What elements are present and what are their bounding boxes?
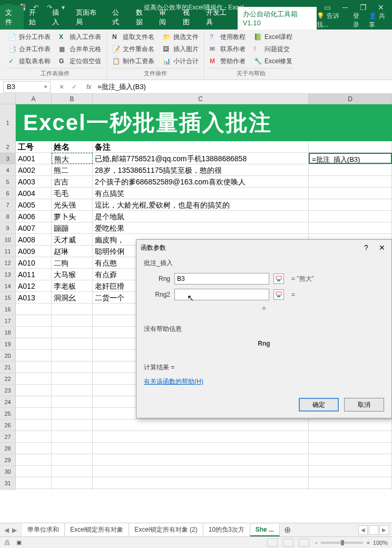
cell-c7[interactable]: 逗比，大龄光棍,爱砍树，也是有的搞笑的: [93, 199, 309, 210]
cell-d27[interactable]: [309, 431, 392, 442]
cell-b7[interactable]: 光头强: [52, 199, 93, 210]
cell-b18[interactable]: [52, 327, 93, 338]
cell-a11[interactable]: A009: [16, 246, 52, 257]
dialog-title-bar[interactable]: 函数参数 ? ✕: [136, 240, 391, 256]
cell-c8[interactable]: 是个地鼠: [93, 211, 309, 222]
cell-b22[interactable]: [52, 373, 93, 384]
cell-b12[interactable]: 二狗: [52, 257, 93, 268]
row-header-10[interactable]: 10: [0, 234, 16, 245]
sheet-tab-3[interactable]: Excel锁定所有对象 (2): [129, 523, 203, 536]
fx-icon[interactable]: fx: [83, 83, 94, 91]
col-header-b[interactable]: B: [52, 94, 93, 104]
cell-a32[interactable]: [16, 489, 52, 490]
locate-empty-button[interactable]: G定位假空值: [58, 56, 102, 67]
tell-me[interactable]: 💡 告诉我...: [317, 12, 348, 30]
tab-view[interactable]: 视图: [178, 5, 201, 30]
cell-d7[interactable]: [309, 199, 392, 210]
row-header-21[interactable]: 21: [0, 361, 16, 373]
sheet-tab-4[interactable]: 10的负3次方: [203, 523, 250, 536]
cell-c30[interactable]: [93, 466, 309, 477]
cell-c6[interactable]: 有点搞笑: [93, 188, 309, 199]
login-link[interactable]: 登录: [353, 12, 365, 30]
cell-d8[interactable]: [309, 211, 392, 222]
cell-a8[interactable]: A006: [16, 211, 52, 222]
dialog-close-icon[interactable]: ✕: [377, 243, 387, 252]
dialog-help-icon[interactable]: ?: [361, 243, 371, 252]
confirm-formula-icon[interactable]: ✓: [70, 83, 79, 91]
cell-d2[interactable]: [309, 141, 392, 152]
course-button[interactable]: 📗Excel课程: [253, 32, 293, 43]
share-button[interactable]: 👤 共享: [369, 12, 390, 30]
row-header-6[interactable]: 6: [0, 188, 16, 199]
sheet-nav-prev-icon[interactable]: ◀: [3, 526, 10, 534]
cell-b26[interactable]: [52, 419, 93, 430]
sheet-nav-next-icon[interactable]: ▶: [11, 526, 18, 534]
row-header-31[interactable]: 31: [0, 477, 16, 488]
issue-button[interactable]: !问题提交: [253, 44, 293, 55]
tutorial-button[interactable]: ?使用教程: [209, 32, 247, 43]
cell-a7[interactable]: A005: [16, 199, 52, 210]
extract-filename-button[interactable]: N提取文件名: [111, 32, 155, 43]
arg1-ref-icon[interactable]: [273, 273, 284, 284]
tab-dev[interactable]: 开发工具: [201, 5, 237, 30]
cell-a14[interactable]: A012: [16, 280, 52, 291]
cell-b19[interactable]: [52, 338, 93, 349]
row-header-24[interactable]: 24: [0, 396, 16, 407]
tab-insert[interactable]: 插入: [47, 5, 71, 30]
row-header-18[interactable]: 18: [0, 327, 16, 338]
hscroll-track[interactable]: [369, 525, 378, 535]
row-header-8[interactable]: 8: [0, 211, 16, 222]
cell-a6[interactable]: A004: [16, 188, 52, 199]
row-header-13[interactable]: 13: [0, 269, 16, 280]
cell-b8[interactable]: 萝卜头: [52, 211, 93, 222]
cell-b25[interactable]: [52, 408, 93, 419]
zoom-value[interactable]: 100%: [373, 540, 388, 546]
cell-c31[interactable]: [93, 477, 309, 488]
cell-c27[interactable]: [93, 431, 309, 442]
view-break-icon[interactable]: [299, 539, 309, 547]
row-header-3[interactable]: 3: [0, 153, 16, 164]
cell-c29[interactable]: [93, 454, 309, 465]
hscroll-right-icon[interactable]: ▶: [379, 525, 389, 535]
cell-b10[interactable]: 天才威: [52, 234, 93, 245]
cell-a31[interactable]: [16, 477, 52, 488]
cell-a12[interactable]: A010: [16, 257, 52, 268]
cell-c5[interactable]: 2个孩子的爹686852589@163.com喜欢使唤人: [93, 176, 309, 187]
cell-d9[interactable]: [309, 222, 392, 233]
cell-b5[interactable]: 吉吉: [52, 176, 93, 187]
row-header-16[interactable]: 16: [0, 304, 16, 315]
row-header-27[interactable]: 27: [0, 431, 16, 442]
cell-b31[interactable]: [52, 477, 93, 488]
cell-c26[interactable]: [93, 419, 309, 430]
cell-b16[interactable]: [52, 304, 93, 315]
cell-b30[interactable]: [52, 466, 93, 477]
cell-b11[interactable]: 赵琳: [52, 246, 93, 257]
cell-b6[interactable]: 毛毛: [52, 188, 93, 199]
row-header-26[interactable]: 26: [0, 419, 16, 430]
cell-a30[interactable]: [16, 466, 52, 477]
cell-b9[interactable]: 蹦蹦: [52, 222, 93, 233]
extract-name-button[interactable]: ✓提取表名称: [7, 56, 52, 67]
row-header-5[interactable]: 5: [0, 176, 16, 187]
split-sheet-button[interactable]: 📄拆分工作表: [7, 32, 52, 43]
cell-b23[interactable]: [52, 385, 93, 396]
cell-d3[interactable]: =批注_插入(B3): [309, 153, 392, 164]
cell-d4[interactable]: [309, 164, 392, 175]
cell-c9[interactable]: 爱吃松果: [93, 222, 309, 233]
contact-button[interactable]: ✉联系作者: [209, 44, 247, 55]
cell-b2[interactable]: 姓名: [52, 141, 93, 152]
cell-a10[interactable]: A008: [16, 234, 52, 245]
view-normal-icon[interactable]: [267, 539, 278, 547]
cell-b24[interactable]: [52, 396, 93, 407]
row-header-28[interactable]: 28: [0, 443, 16, 454]
chevron-down-icon[interactable]: ▼: [43, 84, 48, 90]
row-header-9[interactable]: 9: [0, 222, 16, 233]
insert-sheet-button[interactable]: X插入工作表: [58, 32, 102, 43]
cell-c3[interactable]: 已婚,邮箱7758521@qq.com手机13888686858: [93, 153, 309, 164]
cell-b13[interactable]: 大马猴: [52, 269, 93, 280]
cell-b32[interactable]: [52, 489, 93, 490]
view-layout-icon[interactable]: [283, 539, 293, 547]
pick-file-button[interactable]: 📁挑选文件: [162, 32, 200, 43]
cell-a3[interactable]: A001: [16, 153, 52, 164]
cell-a16[interactable]: [16, 304, 52, 315]
